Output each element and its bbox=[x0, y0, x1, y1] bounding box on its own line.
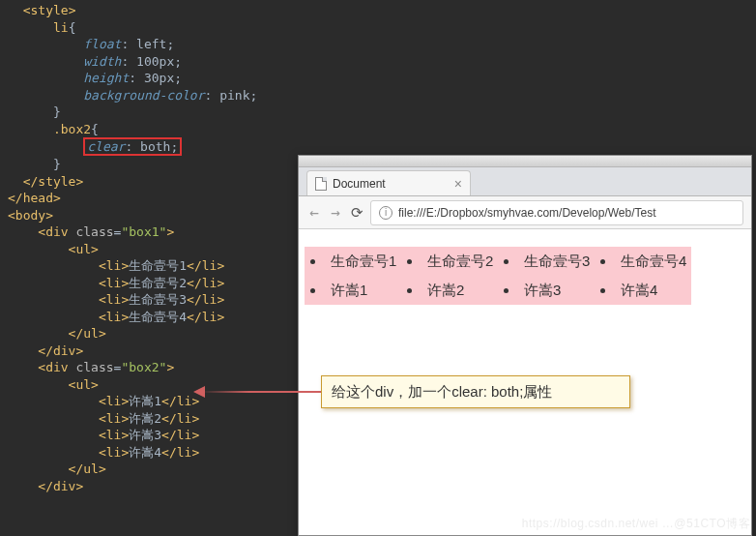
callout-text: 给这个div，加一个clear: both;属性 bbox=[332, 383, 552, 402]
highlight-redbox: clear: both; bbox=[83, 137, 182, 156]
url-input[interactable]: i file:///E:/Dropbox/smyhvae.com/Develop… bbox=[370, 200, 743, 225]
tab-title: Document bbox=[333, 177, 386, 191]
browser-tab[interactable]: Document × bbox=[306, 170, 471, 195]
code-line[interactable]: background-color: pink; bbox=[8, 87, 748, 104]
url-text: file:///E:/Dropbox/smyhvae.com/Develop/W… bbox=[398, 206, 656, 220]
callout-box: 给这个div，加一个clear: both;属性 bbox=[321, 375, 630, 408]
list-item: 生命壹号4 bbox=[595, 247, 691, 276]
document-icon bbox=[315, 177, 327, 191]
code-line[interactable]: height: 30px; bbox=[8, 70, 748, 87]
list-item: 生命壹号3 bbox=[498, 247, 595, 276]
browser-window: Document × ← → ⟳ i file:///E:/Dropbox/sm… bbox=[298, 155, 752, 536]
code-line[interactable]: } bbox=[8, 104, 748, 121]
callout-arrow-line bbox=[201, 391, 321, 393]
browser-titlebar bbox=[299, 156, 751, 167]
back-icon[interactable]: ← bbox=[306, 205, 322, 221]
list-item: 许嵩4 bbox=[595, 276, 691, 305]
forward-icon: → bbox=[328, 205, 343, 221]
code-line[interactable]: width: 100px; bbox=[8, 53, 748, 71]
list-item: 许嵩3 bbox=[498, 276, 595, 305]
info-icon[interactable]: i bbox=[379, 206, 393, 220]
code-line[interactable]: li{ bbox=[8, 19, 748, 37]
address-bar: ← → ⟳ i file:///E:/Dropbox/smyhvae.com/D… bbox=[299, 196, 751, 229]
list-item: 许嵩2 bbox=[401, 276, 498, 305]
list-row-1: 生命壹号1生命壹号2生命壹号3生命壹号4 bbox=[305, 247, 745, 276]
page-viewport: 生命壹号1生命壹号2生命壹号3生命壹号4 许嵩1许嵩2许嵩3许嵩4 bbox=[299, 229, 751, 322]
code-line[interactable]: clear: both; bbox=[8, 137, 748, 156]
code-line[interactable]: <style> bbox=[8, 2, 748, 19]
watermark: https://blog.csdn.net/wei …@51CTO博客 bbox=[522, 516, 750, 532]
list-item: 许嵩1 bbox=[305, 276, 401, 305]
close-icon[interactable]: × bbox=[454, 176, 462, 192]
code-line[interactable]: float: left; bbox=[8, 36, 748, 53]
list-item: 生命壹号2 bbox=[401, 247, 498, 276]
browser-tabstrip: Document × bbox=[299, 167, 751, 196]
list-item: 生命壹号1 bbox=[305, 247, 401, 276]
list-row-2: 许嵩1许嵩2许嵩3许嵩4 bbox=[305, 276, 745, 305]
code-line[interactable]: .box2{ bbox=[8, 121, 748, 138]
callout-arrow-head bbox=[193, 386, 205, 398]
reload-icon[interactable]: ⟳ bbox=[349, 205, 364, 221]
